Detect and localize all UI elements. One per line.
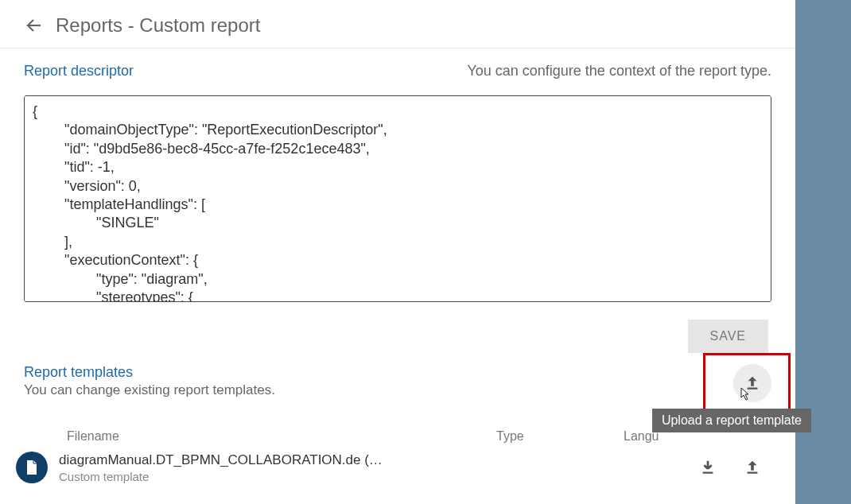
column-type: Type xyxy=(496,429,624,444)
save-button[interactable]: SAVE xyxy=(688,320,769,353)
svg-rect-1 xyxy=(748,388,758,390)
upload-icon xyxy=(744,459,761,476)
page-header: Reports - Custom report xyxy=(0,0,795,48)
upload-icon xyxy=(744,374,761,392)
descriptor-section-title: Report descriptor xyxy=(24,63,134,79)
svg-rect-3 xyxy=(748,472,758,474)
download-row-button[interactable] xyxy=(697,456,719,479)
upload-template-button[interactable] xyxy=(733,364,771,402)
upload-row-button[interactable] xyxy=(741,456,764,479)
back-arrow-icon[interactable] xyxy=(24,15,45,36)
page-title: Reports - Custom report xyxy=(56,14,260,37)
upload-tooltip: Upload a report template xyxy=(652,409,811,432)
descriptor-textarea[interactable] xyxy=(24,95,771,302)
table-row[interactable]: diagramManual.DT_BPMN_COLLABORATION.de (… xyxy=(24,448,771,483)
svg-rect-2 xyxy=(703,472,713,474)
templates-section-title: Report templates xyxy=(24,364,275,381)
download-icon xyxy=(699,459,717,476)
descriptor-help-text: You can configure the context of the rep… xyxy=(467,63,771,79)
templates-sub-text: You can change existing report templates… xyxy=(24,382,275,398)
row-subtype: Custom template xyxy=(59,470,631,483)
document-icon xyxy=(16,452,48,483)
column-filename: Filename xyxy=(67,429,496,444)
row-filename: diagramManual.DT_BPMN_COLLABORATION.de (… xyxy=(59,452,631,468)
